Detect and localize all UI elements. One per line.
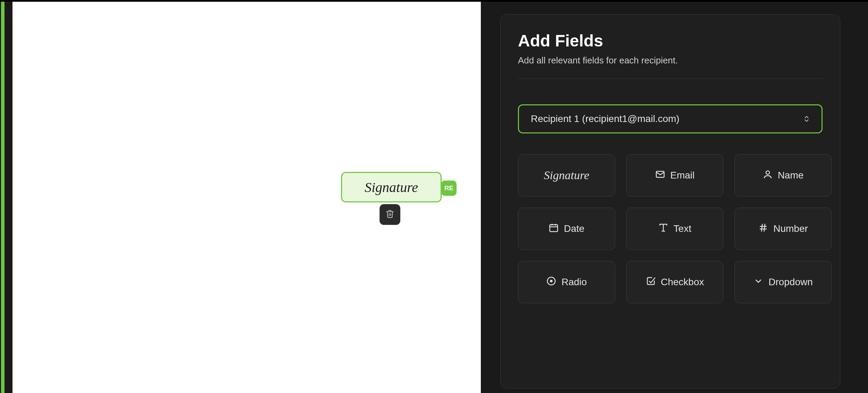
field-checkbox-label: Checkbox <box>661 277 704 288</box>
field-type-grid: Signature Email Name <box>518 154 823 303</box>
placed-signature-label: Signature <box>365 179 418 195</box>
recipient-badge-text: RE <box>444 184 453 192</box>
radio-icon <box>546 276 556 289</box>
chevron-down-icon <box>753 276 764 289</box>
add-fields-panel: Add Fields Add all relevant fields for e… <box>500 14 840 388</box>
mail-icon <box>655 169 665 182</box>
field-name-button[interactable]: Name <box>734 154 832 196</box>
recipient-select-value: Recipient 1 (recipient1@mail.com) <box>531 113 679 124</box>
trash-icon <box>385 209 394 220</box>
field-email-button[interactable]: Email <box>626 154 723 196</box>
field-text-label: Text <box>673 223 691 234</box>
chevrons-up-down-icon <box>802 114 811 123</box>
placed-signature-field[interactable]: Signature RE <box>341 172 442 202</box>
user-icon <box>763 169 773 182</box>
app-root: Signature RE Add Fields Add all relevant… <box>0 0 868 393</box>
field-email-label: Email <box>670 170 695 181</box>
field-radio-label: Radio <box>561 277 587 288</box>
field-dropdown-button[interactable]: Dropdown <box>734 261 832 303</box>
field-name-label: Name <box>778 170 804 181</box>
field-dropdown-label: Dropdown <box>768 277 813 288</box>
document-pane: Signature RE <box>0 2 482 393</box>
field-checkbox-button[interactable]: Checkbox <box>626 261 723 303</box>
field-date-label: Date <box>564 223 584 234</box>
hash-icon <box>758 222 768 235</box>
recipient-select[interactable]: Recipient 1 (recipient1@mail.com) <box>518 104 823 133</box>
svg-line-13 <box>761 224 763 232</box>
document-accent-bar <box>1 2 5 393</box>
field-radio-button[interactable]: Radio <box>518 261 615 303</box>
field-signature-button[interactable]: Signature <box>518 154 615 196</box>
svg-point-16 <box>550 280 553 282</box>
field-text-button[interactable]: Text <box>626 208 723 250</box>
calendar-icon <box>548 222 559 235</box>
panel-title: Add Fields <box>518 31 823 50</box>
field-number-label: Number <box>773 223 808 234</box>
svg-point-1 <box>766 171 769 174</box>
field-date-button[interactable]: Date <box>518 208 615 250</box>
delete-field-button[interactable] <box>380 204 400 225</box>
side-pane: Add Fields Add all relevant fields for e… <box>482 2 868 393</box>
panel-subtitle: Add all relevant fields for each recipie… <box>518 55 823 79</box>
field-signature-label: Signature <box>544 169 589 182</box>
recipient-badge[interactable]: RE <box>441 181 457 196</box>
field-number-button[interactable]: Number <box>734 208 832 250</box>
checkbox-icon <box>646 276 656 289</box>
type-icon <box>658 222 669 235</box>
svg-rect-2 <box>550 225 558 232</box>
svg-line-14 <box>764 224 765 232</box>
